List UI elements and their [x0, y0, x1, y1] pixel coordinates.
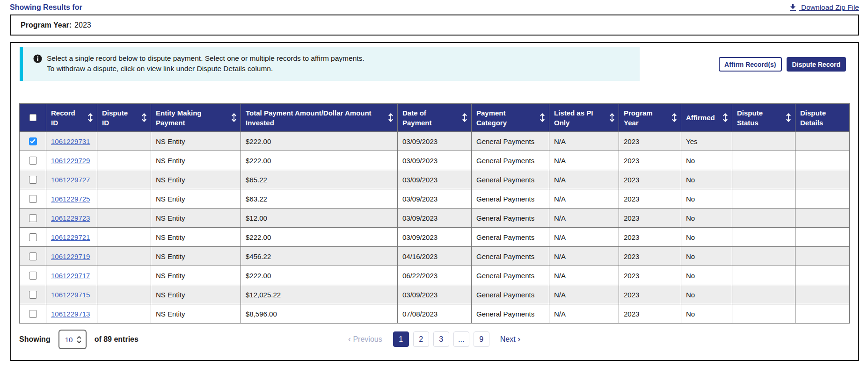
page-ellipsis-button[interactable]: ... — [453, 331, 469, 347]
record-id-link[interactable]: 1061229719 — [51, 252, 90, 260]
record-id-link[interactable]: 1061229713 — [51, 310, 90, 318]
dispute_status-cell — [732, 247, 795, 266]
affirm-records-button[interactable]: Affirm Record(s) — [719, 57, 781, 72]
sort-icon[interactable] — [88, 113, 93, 122]
next-page-button[interactable]: Next › — [500, 334, 520, 344]
download-zip-link[interactable]: Download Zip File — [789, 3, 859, 12]
dispute_status-cell — [732, 151, 795, 170]
page-2-button[interactable]: 2 — [413, 331, 429, 347]
entity-cell: NS Entity — [151, 209, 241, 228]
page-size-value: 10 — [65, 336, 77, 344]
select-all-checkbox[interactable] — [29, 114, 36, 121]
page-number-buttons: 123...9 — [393, 331, 494, 347]
sort-icon[interactable] — [672, 113, 677, 122]
table-row: 1061229717NS Entity$222.0006/22/2023Gene… — [20, 266, 850, 285]
dispute_status-cell — [732, 304, 795, 324]
record-id-cell: 1061229715 — [46, 285, 97, 304]
row-checkbox[interactable] — [29, 291, 37, 299]
showing-label: Showing — [19, 335, 51, 344]
chevron-left-icon: ‹ — [348, 334, 351, 344]
dispute_status-cell — [732, 266, 795, 285]
row-checkbox[interactable] — [29, 157, 37, 165]
column-header-program_year[interactable]: Program Year — [619, 104, 681, 132]
record-id-cell: 1061229729 — [46, 151, 97, 170]
amount-cell: $65.22 — [241, 170, 398, 189]
sort-icon[interactable] — [723, 113, 728, 122]
info-banner-text: Select a single record below to dispute … — [47, 53, 365, 74]
page-size-stepper[interactable] — [77, 336, 81, 343]
dispute_id-cell — [97, 285, 151, 304]
page-3-button[interactable]: 3 — [433, 331, 449, 347]
dispute_details-cell — [795, 285, 850, 304]
dispute_status-cell — [732, 209, 795, 228]
sort-icon[interactable] — [388, 113, 393, 122]
record-id-link[interactable]: 1061229717 — [51, 272, 90, 280]
listed_pi-cell: N/A — [549, 228, 619, 247]
column-header-amount[interactable]: Total Payment Amount/Dollar Amount Inves… — [241, 104, 398, 132]
download-icon — [789, 4, 796, 11]
affirmed-cell: No — [681, 170, 732, 189]
column-header-category[interactable]: Payment Category — [472, 104, 549, 132]
row-checkbox[interactable] — [29, 195, 37, 203]
row-checkbox[interactable] — [29, 233, 37, 241]
record-id-cell: 1061229721 — [46, 228, 97, 247]
page-size-select[interactable]: 10 — [58, 330, 87, 349]
sort-icon[interactable] — [142, 113, 146, 122]
column-header-listed_pi[interactable]: Listed as PI Only — [549, 104, 619, 132]
sort-icon[interactable] — [462, 113, 467, 122]
previous-page-button[interactable]: ‹ Previous — [348, 334, 382, 344]
amount-cell: $222.00 — [241, 266, 398, 285]
page-1-button[interactable]: 1 — [393, 331, 409, 347]
column-header-label: Date of Payment — [402, 108, 445, 128]
records-table: Record IDDispute IDEntity Making Payment… — [19, 103, 850, 324]
table-row: 1061229725NS Entity$63.2203/09/2023Gener… — [20, 189, 850, 209]
row-checkbox[interactable] — [29, 137, 37, 145]
column-header-entity[interactable]: Entity Making Payment — [151, 104, 241, 132]
page-9-button[interactable]: 9 — [474, 331, 489, 347]
affirmed-cell: No — [681, 209, 732, 228]
dispute-record-button[interactable]: Dispute Record — [787, 57, 846, 72]
row-checkbox[interactable] — [29, 214, 37, 222]
record-id-link[interactable]: 1061229731 — [51, 137, 90, 145]
record-id-link[interactable]: 1061229729 — [51, 157, 90, 165]
sort-icon[interactable] — [540, 113, 545, 122]
sort-icon[interactable] — [232, 113, 236, 122]
entity-cell: NS Entity — [151, 247, 241, 266]
column-header-dispute_id[interactable]: Dispute ID — [97, 104, 151, 132]
program-year-label: Program Year: — [21, 21, 72, 29]
date-cell: 03/09/2023 — [398, 228, 472, 247]
table-row: 1061229721NS Entity$222.0003/09/2023Gene… — [20, 228, 850, 247]
row-checkbox[interactable] — [29, 272, 37, 280]
dispute_details-cell — [795, 247, 850, 266]
row-checkbox[interactable] — [29, 252, 37, 260]
column-header-record_id[interactable]: Record ID — [46, 104, 97, 132]
record-id-cell: 1061229713 — [46, 304, 97, 324]
program-year-value: 2023 — [74, 21, 91, 29]
entity-cell: NS Entity — [151, 228, 241, 247]
column-header-affirmed[interactable]: Affirmed — [681, 104, 732, 132]
category-cell: General Payments — [472, 304, 549, 324]
record-id-link[interactable]: 1061229721 — [51, 233, 90, 241]
page-size-group: Showing 10 of 89 entries — [19, 330, 139, 349]
sort-icon[interactable] — [610, 113, 614, 122]
listed_pi-cell: N/A — [549, 247, 619, 266]
table-row: 1061229713NS Entity$8,596.0007/08/2023Ge… — [20, 304, 850, 324]
column-header-date[interactable]: Date of Payment — [398, 104, 472, 132]
record-id-link[interactable]: 1061229715 — [51, 291, 90, 299]
row-checkbox[interactable] — [29, 310, 37, 318]
row-checkbox[interactable] — [29, 176, 37, 184]
record-id-link[interactable]: 1061229727 — [51, 176, 90, 184]
row-select-checkbox-cell — [20, 285, 46, 304]
table-row: 1061229727NS Entity$65.2203/09/2023Gener… — [20, 170, 850, 189]
listed_pi-cell: N/A — [549, 304, 619, 324]
column-header-label: Affirmed — [686, 113, 715, 122]
record-id-link[interactable]: 1061229725 — [51, 195, 90, 203]
program_year-cell: 2023 — [619, 285, 681, 304]
dispute_details-cell — [795, 170, 850, 189]
sort-icon[interactable] — [786, 113, 791, 122]
listed_pi-cell: N/A — [549, 170, 619, 189]
record-id-link[interactable]: 1061229723 — [51, 214, 90, 222]
column-header-dispute_status[interactable]: Dispute Status — [732, 104, 795, 132]
pagination-bar: Showing 10 of 89 entries ‹ Previous 123.… — [19, 330, 849, 349]
amount-cell: $8,596.00 — [241, 304, 398, 324]
